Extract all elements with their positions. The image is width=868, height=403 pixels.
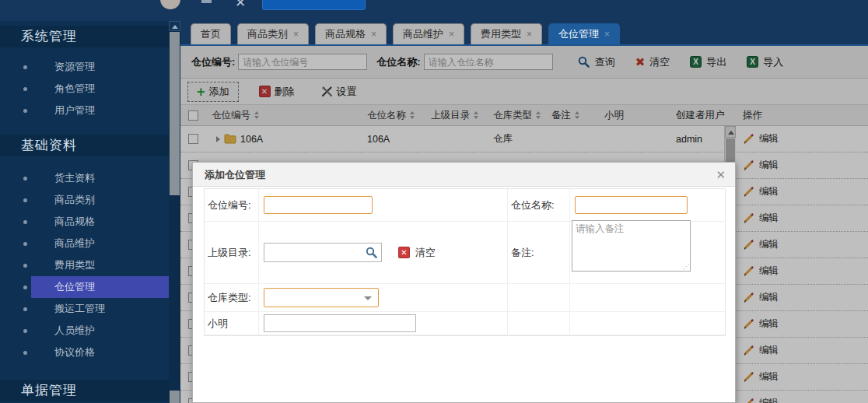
sidebar-item-label: 货主资料 [54, 167, 95, 189]
sidebar-item-角色管理[interactable]: 角色管理 [0, 78, 169, 100]
dialog-form: 仓位编号: 仓位名称: 上级目录: ✕ 清空 备注: ⋰ [204, 188, 726, 336]
sidebar-item-label: 商品规格 [54, 211, 95, 233]
xiaoming-label: 小明 [205, 312, 259, 335]
sidebar-item-费用类型[interactable]: 费用类型 [0, 254, 169, 276]
tab-label: 首页 [201, 28, 221, 40]
tab-label: 商品维护 [403, 28, 443, 40]
minimize-icon[interactable] [201, 0, 212, 3]
tab-首页[interactable]: 首页 [191, 23, 231, 44]
app-window: ✕ 系统管理资源管理角色管理用户管理基础资料货主资料商品类别商品规格商品维护费用… [0, 0, 868, 403]
bullet-icon [23, 351, 27, 355]
parent-label: 上级目录: [205, 222, 259, 284]
note-textarea[interactable] [572, 220, 691, 272]
scrollbar-thumb[interactable] [170, 32, 180, 195]
close-icon[interactable]: ✕ [235, 0, 246, 11]
tab-费用类型[interactable]: 费用类型× [471, 23, 542, 44]
sidebar-item-label: 商品维护 [54, 233, 95, 254]
sidebar-section-title: 单据管理 [0, 380, 169, 401]
sidebar-item-label: 费用类型 [54, 254, 95, 276]
primary-button[interactable] [262, 0, 366, 10]
sidebar-section-title: 系统管理 [0, 26, 169, 47]
sidebar-item-label: 搬运工管理 [54, 298, 105, 320]
sidebar: 系统管理资源管理角色管理用户管理基础资料货主资料商品类别商品规格商品维护费用类型… [0, 21, 180, 403]
note-label: 备注: [508, 222, 570, 284]
sidebar-item-商品规格[interactable]: 商品规格 [0, 211, 169, 233]
clear-label: 清空 [415, 246, 436, 260]
clear-icon: ✕ [398, 247, 410, 258]
bullet-icon [23, 264, 27, 268]
bullet-icon [23, 242, 27, 246]
bullet-icon [23, 65, 27, 69]
bullet-icon [23, 286, 27, 289]
tab-close-icon[interactable]: × [371, 29, 376, 40]
bullet-icon [23, 177, 27, 180]
sidebar-item-协议价格[interactable]: 协议价格 [0, 342, 169, 363]
bullet-icon [23, 307, 27, 311]
sidebar-section: 基础资料货主资料商品类别商品规格商品维护费用类型仓位管理搬运工管理人员维护协议价… [0, 135, 169, 363]
sidebar-item-label: 仓位管理 [54, 276, 95, 298]
sidebar-section: 系统管理资源管理角色管理用户管理 [0, 26, 169, 121]
sidebar-item-货主资料[interactable]: 货主资料 [0, 167, 169, 189]
tab-仓位管理[interactable]: 仓位管理× [548, 23, 620, 44]
tab-bar: 首页商品类别×商品规格×商品维护×费用类型×仓位管理× [180, 21, 868, 44]
sidebar-item-label: 协议价格 [54, 342, 95, 363]
sidebar-item-label: 人员维护 [54, 320, 95, 342]
sidebar-item-用户管理[interactable]: 用户管理 [0, 100, 169, 121]
tab-label: 商品规格 [325, 28, 366, 40]
tab-label: 仓位管理 [558, 28, 599, 40]
parent-lookup-input[interactable] [264, 243, 382, 262]
sidebar-item-商品维护[interactable]: 商品维护 [0, 233, 169, 254]
xiaoming-input[interactable] [264, 314, 416, 332]
avatar [160, 0, 180, 9]
bullet-icon [23, 198, 27, 202]
sidebar-item-label: 用户管理 [54, 100, 95, 121]
chevron-down-icon [364, 296, 372, 300]
tab-label: 商品类别 [247, 28, 288, 40]
tab-商品规格[interactable]: 商品规格× [315, 23, 387, 44]
sidebar-item-label: 资源管理 [54, 56, 95, 78]
tab-close-icon[interactable]: × [449, 29, 454, 40]
sidebar-item-仓位管理[interactable]: 仓位管理 [0, 276, 169, 298]
tab-close-icon[interactable]: × [293, 29, 299, 40]
name-label: 仓位名称: [508, 189, 570, 222]
dialog-close-icon[interactable]: ✕ [716, 168, 726, 182]
sidebar-item-搬运工管理[interactable]: 搬运工管理 [0, 298, 169, 320]
tab-close-icon[interactable]: × [527, 29, 532, 40]
sidebar-item-人员维护[interactable]: 人员维护 [0, 320, 169, 342]
sidebar-scrollbar[interactable] [169, 21, 180, 403]
parent-clear-button[interactable]: ✕ 清空 [398, 246, 436, 260]
name-input[interactable] [575, 196, 688, 214]
top-bar: ✕ [0, 0, 868, 21]
scrollbar-bottom[interactable] [170, 391, 180, 403]
sidebar-item-label: 商品类别 [54, 189, 95, 211]
tab-label: 费用类型 [481, 28, 521, 40]
sidebar-item-商品类别[interactable]: 商品类别 [0, 189, 169, 211]
resize-grip-icon[interactable]: ⋰ [683, 263, 688, 270]
sidebar-item-label: 角色管理 [54, 78, 95, 100]
code-label: 仓位编号: [205, 189, 259, 222]
sidebar-section: 单据管理 [0, 380, 169, 401]
tab-商品维护[interactable]: 商品维护× [393, 23, 464, 44]
bullet-icon [23, 329, 27, 333]
tab-商品类别[interactable]: 商品类别× [237, 23, 309, 44]
bullet-icon [23, 87, 27, 91]
sidebar-section-title: 基础资料 [0, 135, 169, 156]
dialog-title: 添加仓位管理 [193, 163, 735, 187]
add-cell-dialog: 添加仓位管理 ✕ 仓位编号: 仓位名称: 上级目录: ✕ 清空 备注: [192, 162, 736, 403]
sidebar-item-资源管理[interactable]: 资源管理 [0, 56, 169, 78]
bullet-icon [23, 220, 27, 224]
tab-close-icon[interactable]: × [604, 29, 610, 40]
bullet-icon [23, 109, 27, 113]
search-icon[interactable] [366, 247, 378, 259]
warehouse-type-select[interactable] [264, 288, 379, 307]
scroll-up-icon[interactable] [169, 21, 180, 31]
code-input[interactable] [264, 196, 373, 214]
type-label: 仓库类型: [205, 284, 259, 312]
